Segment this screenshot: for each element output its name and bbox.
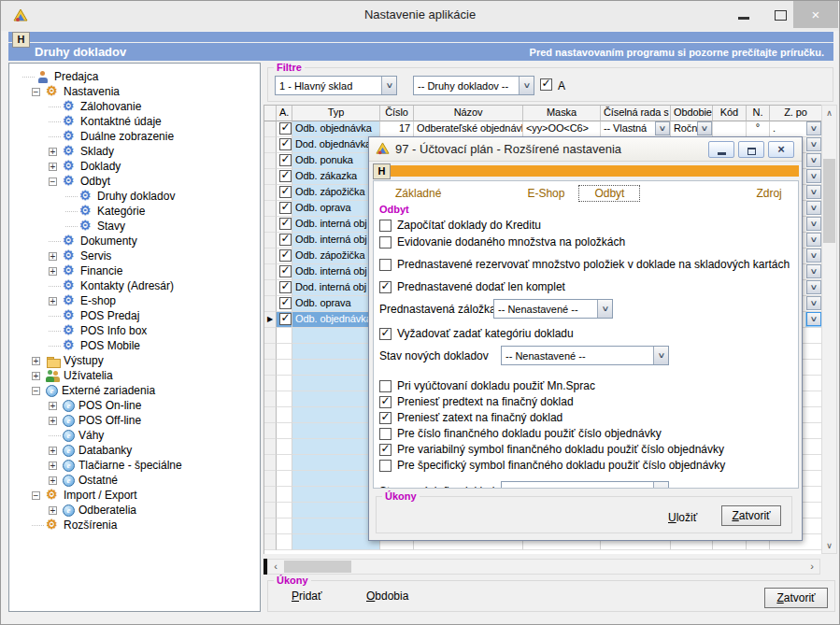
- cell-dropdown-icon[interactable]: ∨: [806, 312, 821, 326]
- scroll-left-icon[interactable]: ‹: [268, 560, 283, 574]
- fin-select[interactable]: 1 - Zapísaný ∨: [501, 481, 669, 489]
- tree-expander-plus-icon[interactable]: +: [49, 252, 57, 261]
- tab-odbyt[interactable]: Odbyt: [578, 185, 640, 202]
- column-header-z-po[interactable]: Z. po: [770, 106, 821, 121]
- checkbox-prednastaven-doda-len-komplet[interactable]: ✓: [379, 281, 392, 293]
- cell-dropdown-icon[interactable]: ∨: [806, 201, 821, 215]
- tab-e-shop[interactable]: E-Shop: [527, 187, 564, 200]
- tab-z-kladn[interactable]: Základné: [395, 187, 441, 200]
- column-header-slo[interactable]: Číslo: [380, 106, 414, 121]
- row-checkbox[interactable]: ✓: [279, 281, 292, 293]
- checkbox-prenies-predtext-na-fina-n-dok[interactable]: ✓: [379, 396, 392, 408]
- scroll-down-icon[interactable]: ∨: [822, 538, 836, 553]
- close-button-icon[interactable]: ×: [793, 1, 838, 28]
- scroll-right-icon[interactable]: ›: [804, 560, 819, 574]
- tree-item-kateg-rie[interactable]: Kategórie: [9, 204, 260, 219]
- tree-expander-minus-icon[interactable]: −: [32, 387, 40, 395]
- row-checkbox[interactable]: ✓: [279, 138, 292, 150]
- chevron-down-icon[interactable]: ∨: [381, 77, 396, 94]
- dialog-close-button[interactable]: Zatvoriť: [721, 505, 781, 526]
- tree-expander-minus-icon[interactable]: −: [32, 491, 40, 500]
- tree-item-odberatelia[interactable]: +Odberatelia: [9, 503, 260, 518]
- tree-item-pos-on-line[interactable]: +POS On-line: [9, 398, 260, 413]
- tree-item-tla-iarne-peci-lne[interactable]: +Tlačiarne - špeciálne: [9, 458, 260, 473]
- cell-dropdown-icon[interactable]: ∨: [806, 296, 821, 310]
- periods-button[interactable]: Obdobia: [366, 589, 408, 603]
- vscroll-thumb[interactable]: [823, 159, 835, 243]
- stav-select[interactable]: -- Nenastavené -- ∨: [501, 346, 669, 365]
- horizontal-scrollbar[interactable]: ‹ ›: [267, 559, 820, 575]
- checkbox-pre-variabiln-symbol-finan-n-h[interactable]: ✓: [379, 444, 392, 456]
- column-header-a[interactable]: A.: [277, 106, 292, 121]
- tree-item-sklady[interactable]: +Sklady: [9, 144, 260, 159]
- scroll-up-icon[interactable]: ∧: [822, 106, 836, 121]
- tree-expander-plus-icon[interactable]: +: [32, 372, 40, 380]
- row-checkbox[interactable]: ✓: [279, 313, 292, 325]
- checkbox-prednastaven-rezervova-mno-stv[interactable]: [379, 259, 392, 271]
- column-header-n[interactable]: N.: [747, 106, 770, 121]
- tree-item-pos-info-box[interactable]: POS Info box: [9, 323, 260, 338]
- warehouse-filter-select[interactable]: 1 - Hlavný sklad ∨: [275, 76, 397, 95]
- save-button[interactable]: Uložiť: [668, 511, 697, 524]
- tree-expander-plus-icon[interactable]: +: [49, 297, 57, 305]
- row-checkbox[interactable]: ✓: [279, 202, 292, 214]
- tree-item-pos-mobile[interactable]: POS Mobile: [9, 338, 260, 353]
- tree-item-z-lohovanie[interactable]: Zálohovanie: [9, 99, 260, 114]
- tree-item-servis[interactable]: +Servis: [9, 249, 260, 263]
- checkbox-evidovanie-dodan-ho-mno-stva-n[interactable]: [379, 236, 392, 249]
- tree-expander-plus-icon[interactable]: +: [49, 462, 57, 470]
- checkbox-vy-adova-zada-kateg-riu-doklad[interactable]: ✓: [379, 328, 392, 340]
- row-checkbox[interactable]: ✓: [279, 218, 292, 230]
- row-checkbox[interactable]: ✓: [279, 234, 292, 246]
- tree-expander-plus-icon[interactable]: +: [49, 476, 57, 485]
- tree-item-v-stupy[interactable]: +Výstupy: [9, 353, 260, 368]
- tree-item-u-vatelia[interactable]: +Užívatelia: [9, 368, 260, 383]
- row-checkbox[interactable]: ✓: [279, 186, 292, 198]
- cell-dropdown-icon[interactable]: ∨: [806, 280, 821, 294]
- column-header-n-zov[interactable]: Názov: [414, 106, 523, 121]
- dialog-minimize-icon[interactable]: [708, 141, 734, 158]
- vertical-scrollbar[interactable]: ∧ ∨: [821, 105, 837, 554]
- row-checkbox[interactable]: ✓: [279, 170, 292, 182]
- tree-expander-plus-icon[interactable]: +: [32, 357, 40, 365]
- tree-expander-minus-icon[interactable]: −: [49, 178, 57, 186]
- tree-item-pos-off-line[interactable]: +POS Off-line: [9, 413, 260, 428]
- cell-dropdown-icon[interactable]: ∨: [806, 121, 821, 135]
- dialog-help-button[interactable]: H: [373, 163, 391, 179]
- checkbox-pri-vy-tovan-dokladu-pou-i-mn-[interactable]: [379, 380, 392, 392]
- table-row[interactable]: ✓Odb. objednávka17Odberateľské objednávk…: [264, 121, 821, 137]
- cell-dropdown-icon[interactable]: ∨: [806, 153, 821, 167]
- tree-expander-plus-icon[interactable]: +: [49, 163, 57, 171]
- tree-expander-plus-icon[interactable]: +: [49, 417, 57, 425]
- tree-expander-plus-icon[interactable]: +: [49, 402, 57, 410]
- chevron-down-icon[interactable]: ∨: [653, 482, 668, 489]
- cell-dropdown-icon[interactable]: ∨: [806, 137, 821, 151]
- chevron-down-icon[interactable]: ∨: [653, 347, 668, 364]
- cell-dropdown-icon[interactable]: ∨: [806, 249, 821, 263]
- dialog-restore-icon[interactable]: [738, 141, 764, 158]
- tree-item-du-lne-zobrazenie[interactable]: Duálne zobrazenie: [9, 129, 260, 144]
- cell-dropdown-icon[interactable]: ∨: [697, 121, 712, 135]
- cell-dropdown-icon[interactable]: ∨: [806, 264, 821, 278]
- checkbox-pre-pecifick-symbol-finan-n-ho[interactable]: [379, 460, 392, 472]
- tree-item-kontaktn-daje[interactable]: Kontaktné údaje: [9, 114, 260, 129]
- chevron-down-icon[interactable]: ∨: [519, 77, 534, 94]
- tree-expander-plus-icon[interactable]: +: [49, 506, 57, 515]
- tree-expander-plus-icon[interactable]: +: [49, 447, 57, 455]
- tree-item-import-export[interactable]: −Import / Export: [9, 488, 260, 503]
- cell-dropdown-icon[interactable]: ∨: [806, 169, 821, 183]
- row-checkbox[interactable]: ✓: [279, 297, 292, 309]
- row-checkbox[interactable]: ✓: [279, 154, 292, 166]
- tree-item-v-hy[interactable]: Váhy: [9, 428, 260, 443]
- tree-expander-minus-icon[interactable]: −: [32, 88, 40, 96]
- tree-expander-plus-icon[interactable]: +: [49, 267, 57, 276]
- doctype-filter-select[interactable]: -- Druhy dokladov -- ∨: [413, 76, 534, 95]
- zalozka-select[interactable]: -- Nenastavené -- ∨: [493, 299, 613, 319]
- tab-zdroj[interactable]: Zdroj: [756, 187, 781, 200]
- tree-item-druhy-dokladov[interactable]: Druhy dokladov: [9, 189, 260, 204]
- tree-item-stavy[interactable]: Stavy: [9, 219, 260, 234]
- checkbox-prenies-zatext-na-fina-n-dokla[interactable]: ✓: [379, 412, 392, 424]
- filter-a-checkbox[interactable]: ✓: [540, 78, 552, 91]
- tree-item-financie[interactable]: +Financie: [9, 263, 260, 278]
- column-header-obdobie[interactable]: Obdobie: [671, 106, 713, 121]
